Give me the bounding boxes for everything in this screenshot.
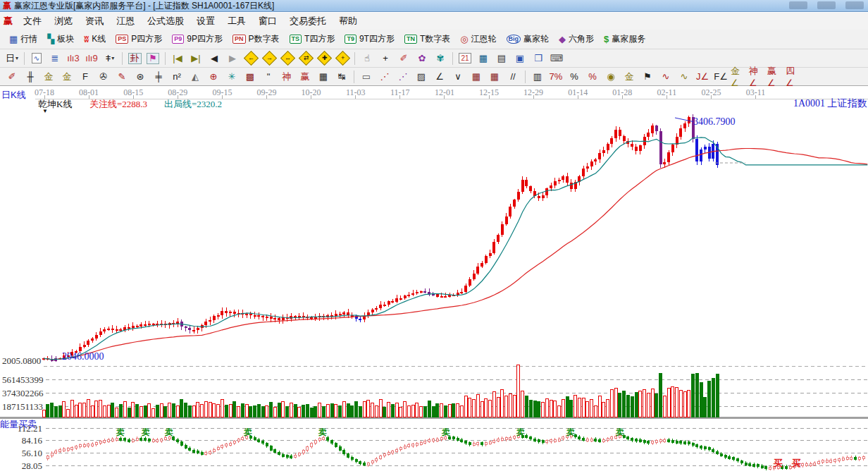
minimize-button[interactable] (789, 1, 807, 9)
gold-grid-1-icon[interactable]: 金 (40, 69, 57, 85)
f-angle-icon[interactable]: F∠ (712, 69, 729, 85)
expand-lr-icon[interactable]: ↔ (279, 51, 296, 66)
time-ruler-icon[interactable]: ╪ (150, 69, 167, 85)
calculator-icon[interactable]: ▦ (475, 51, 492, 66)
step-prev-icon[interactable]: ◀ (206, 51, 223, 66)
hexagon-button[interactable]: ◆六角形 (554, 32, 599, 47)
span-arrow-icon[interactable]: ↹ (333, 69, 350, 85)
bars-3-icon[interactable]: ılı3 (65, 51, 82, 66)
count-grid-icon[interactable]: ▦ (315, 69, 332, 85)
winner-service-button[interactable]: $赢家服务 (599, 32, 650, 47)
grid-red-2-icon[interactable]: ▦ (486, 69, 503, 85)
flag-pen-icon[interactable]: ⚑ (639, 69, 656, 85)
price-scale-icon[interactable]: ▥ (529, 69, 546, 85)
9t-square-button[interactable]: T99T四方形 (340, 32, 399, 47)
box-tool-icon[interactable]: ▭ (358, 69, 375, 85)
menu-item-7[interactable]: 窗口 (252, 13, 283, 30)
percent-line-icon[interactable]: % (584, 69, 601, 85)
candle-type-icon[interactable]: ǂ▾ (101, 51, 118, 66)
brush-icon[interactable]: ✐ (4, 69, 20, 85)
mirror-icon[interactable]: ◭ (187, 69, 204, 85)
step-next-icon[interactable]: ▶ (224, 51, 241, 66)
parallel-icon[interactable]: // (504, 69, 521, 85)
print-icon[interactable]: ⌨ (548, 51, 565, 66)
fan-red-icon[interactable]: ⋰ (376, 69, 393, 85)
gold-line-icon[interactable]: 金 (621, 69, 638, 85)
jump-last-icon[interactable]: ▶| (187, 51, 204, 66)
sectors-button[interactable]: ▚板块 (42, 32, 79, 47)
menu-item-3[interactable]: 江恩 (110, 13, 141, 30)
n-square-icon[interactable]: n² (168, 69, 185, 85)
menu-item-9[interactable]: 帮助 (333, 13, 364, 30)
zoom-in-d-icon[interactable]: ✚ (316, 51, 333, 66)
menu-item-0[interactable]: 文件 (17, 13, 48, 30)
notes-icon[interactable]: ▤ (493, 51, 510, 66)
gold-angle-icon[interactable]: 金∠ (731, 69, 748, 85)
gold-circle-icon[interactable]: ◉ (602, 69, 619, 85)
shen-angle-icon[interactable]: 神∠ (749, 69, 766, 85)
maximize-button[interactable] (817, 1, 836, 9)
menu-item-2[interactable]: 资讯 (79, 13, 110, 30)
jump-first-icon[interactable]: |◀ (169, 51, 186, 66)
menu-item-4[interactable]: 公式选股 (141, 13, 190, 30)
wave-mark-icon[interactable]: ʺ (260, 69, 277, 85)
save-icon[interactable]: ▣ (512, 51, 528, 66)
t-square-button[interactable]: TST四方形 (285, 32, 340, 47)
four-angle-icon[interactable]: 四∠ (786, 69, 802, 85)
fan-purple-icon[interactable]: ⋰ (395, 69, 411, 85)
target-box-icon[interactable]: ▩ (242, 69, 259, 85)
menu-item-8[interactable]: 交易委托 (283, 13, 333, 30)
gann-ruler-icon[interactable]: ╫ (22, 69, 39, 85)
kline-button[interactable]: ʬK线 (79, 32, 111, 47)
fan-box-icon[interactable]: ▨ (413, 69, 430, 85)
ying-angle-icon[interactable]: 赢∠ (767, 69, 784, 85)
hand-tool-icon[interactable]: ☝ (359, 51, 376, 66)
quotes-button[interactable]: ▦行情 (4, 32, 42, 47)
fibonacci-grid-icon[interactable]: F (77, 69, 94, 85)
bars-9-icon[interactable]: ılı9 (83, 51, 100, 66)
pan-right-icon[interactable]: → (261, 51, 278, 66)
gann-wheel-button[interactable]: ◎江恩轮 (455, 32, 501, 47)
menu-item-1[interactable]: 浏览 (48, 13, 79, 30)
menu-item-5[interactable]: 设置 (190, 13, 221, 30)
gann-tool-icon[interactable]: ✿ (414, 51, 430, 66)
zoom-out-d-icon[interactable]: + (334, 51, 351, 66)
spiral-icon[interactable]: ✇ (95, 69, 112, 85)
percent-retrace-icon[interactable]: 7% (547, 69, 564, 85)
pan-left-icon[interactable]: ← (242, 51, 259, 66)
swap-icon[interactable]: ⇄ (297, 51, 314, 66)
p-table-button[interactable]: PNP数字表 (228, 32, 285, 47)
t-table-button[interactable]: TNT数字表 (399, 32, 455, 47)
gold-grid-2-icon[interactable]: 金 (58, 69, 75, 85)
target-teal-icon[interactable]: ✳ (223, 69, 240, 85)
angle-brush-icon[interactable]: ✎ (113, 69, 130, 85)
color-histogram-icon[interactable]: ⚑ (144, 51, 161, 66)
j-angle-icon[interactable]: J∠ (694, 69, 711, 85)
network-icon[interactable]: ❒ (530, 51, 547, 66)
info-view-icon[interactable]: ≣ (46, 51, 63, 66)
kline-type-dropdown[interactable]: 乾坤K线▼ (38, 98, 72, 111)
wave-gold-icon[interactable]: ∿ (676, 69, 693, 85)
period-day-icon[interactable]: 日▾ (4, 51, 20, 66)
menu-item-6[interactable]: 工具 (221, 13, 252, 30)
grid-red-1-icon[interactable]: ▦ (468, 69, 485, 85)
close-button[interactable] (845, 1, 864, 9)
crosshair-icon[interactable]: + (377, 51, 394, 66)
target-red-icon[interactable]: ⊕ (205, 69, 222, 85)
percent-icon[interactable]: % (566, 69, 583, 85)
winner-wheel-button[interactable]: Big赢家轮 (502, 32, 554, 47)
p-square-button[interactable]: PSP四方形 (111, 32, 167, 47)
angle-line-icon[interactable]: ∠ (431, 69, 448, 85)
chart-area[interactable]: 卖卖卖卖卖卖卖卖卖买买 07-1808-0108-1508-2909-1509-… (0, 86, 868, 476)
cycle-wheel-icon[interactable]: ⊛ (132, 69, 149, 85)
shen-tool-icon[interactable]: 神 (278, 69, 295, 85)
qiankun-toggle-icon[interactable]: 卦 (126, 51, 143, 66)
intraday-icon[interactable]: ∿ (28, 51, 45, 66)
calendar-icon[interactable]: 21 (457, 51, 473, 66)
ying-tool-icon[interactable]: 赢 (297, 69, 314, 85)
chart-canvas[interactable]: 卖卖卖卖卖卖卖卖卖买买 (0, 86, 868, 476)
analysis-tool-icon[interactable]: ✾ (432, 51, 449, 66)
pointer-line-icon[interactable]: ✐ (395, 51, 412, 66)
9p-square-button[interactable]: P99P四方形 (167, 32, 228, 47)
v-check-icon[interactable]: ∨ (450, 69, 466, 85)
